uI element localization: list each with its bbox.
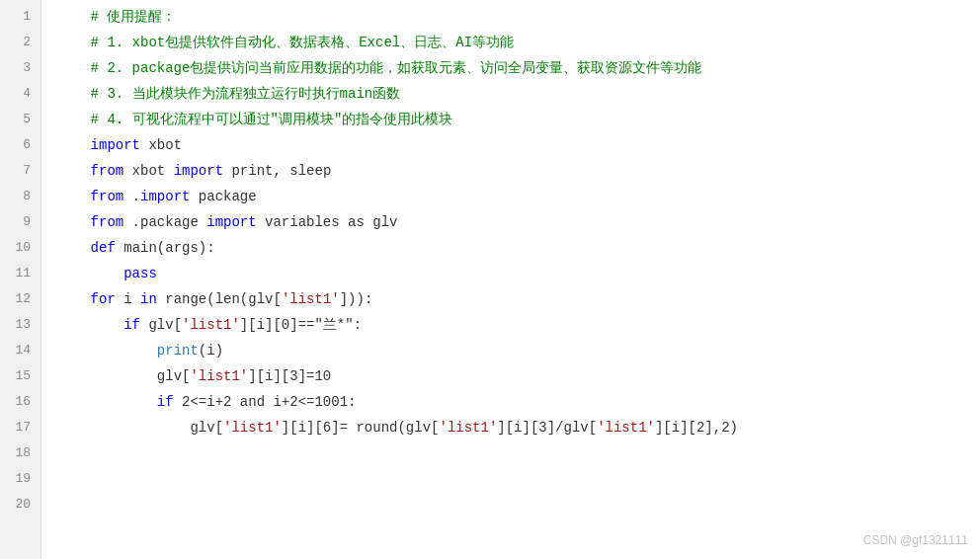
code-line: from .package import variables as glv <box>57 209 980 235</box>
watermark: CSDN @gf1321111 <box>863 527 968 553</box>
code-token: (i) <box>199 338 223 363</box>
line-number: 8 <box>10 184 31 209</box>
code-token: 'list1' <box>439 415 497 440</box>
code-token <box>57 389 157 415</box>
code-token <box>57 235 91 261</box>
code-token <box>57 209 91 235</box>
code-line: if 2<=i+2 and i+2<=1001: <box>57 389 980 415</box>
line-number: 11 <box>10 261 31 286</box>
code-token: in <box>140 286 157 312</box>
code-token: # 使用提醒： <box>57 4 176 30</box>
code-token: variables as glv <box>257 209 398 235</box>
code-token <box>57 184 91 209</box>
code-line: from .import package <box>57 184 980 209</box>
line-number: 15 <box>10 363 31 389</box>
code-token: import <box>174 158 223 184</box>
code-token: ][i][6]= round(glv[ <box>282 415 440 440</box>
code-token: 'list1' <box>223 415 282 440</box>
code-token: glv[ <box>140 312 182 338</box>
code-token: xbot <box>123 158 173 184</box>
code-line: # 3. 当此模块作为流程独立运行时执行main函数 <box>57 81 980 107</box>
code-line: if glv['list1'][i][0]=="兰*": <box>57 312 980 338</box>
code-token: ][i][0]=="兰*": <box>240 312 362 338</box>
code-line: from xbot import print, sleep <box>57 158 980 184</box>
code-line: pass <box>57 261 980 286</box>
code-token: package <box>190 184 256 209</box>
code-line: print(i) <box>57 338 980 363</box>
code-token: # 3. 当此模块作为流程独立运行时执行main函数 <box>57 81 400 107</box>
code-token <box>57 286 91 312</box>
code-token: glv[ <box>190 415 223 440</box>
code-token <box>57 312 123 338</box>
code-token: 'list1' <box>182 312 240 338</box>
code-line: # 4. 可视化流程中可以通过"调用模块"的指令使用此模块 <box>57 107 980 132</box>
code-line: # 使用提醒： <box>57 4 980 30</box>
code-token <box>57 261 123 286</box>
code-token: # 1. xbot包提供软件自动化、数据表格、Excel、日志、AI等功能 <box>57 30 514 55</box>
line-number: 4 <box>10 81 31 107</box>
code-token: print, sleep <box>223 158 331 184</box>
code-token: 2<=i+2 and i+2<=1001: <box>174 389 357 415</box>
code-token: import <box>140 184 190 209</box>
code-editor: 1234567891011121314151617181920 # 使用提醒： … <box>0 0 980 559</box>
line-number: 3 <box>10 55 31 81</box>
code-token: print <box>157 338 199 363</box>
line-number: 6 <box>10 132 31 158</box>
code-line: # 1. xbot包提供软件自动化、数据表格、Excel、日志、AI等功能 <box>57 30 980 55</box>
code-token: from <box>91 184 124 209</box>
code-token: 'list1' <box>597 415 655 440</box>
code-line: for i in range(len(glv['list1'])): <box>57 286 980 312</box>
code-area[interactable]: # 使用提醒： # 1. xbot包提供软件自动化、数据表格、Excel、日志、… <box>41 0 980 559</box>
code-token <box>57 415 190 440</box>
code-token: from <box>91 158 124 184</box>
code-line: def main(args): <box>57 235 980 261</box>
line-number: 20 <box>10 492 31 518</box>
line-number: 14 <box>10 338 31 363</box>
code-token: glv[ <box>157 363 191 389</box>
code-token: ])): <box>340 286 373 312</box>
line-number: 16 <box>10 389 31 415</box>
code-token: import <box>91 132 140 158</box>
code-line: import xbot <box>57 132 980 158</box>
line-number: 5 <box>10 107 31 132</box>
code-token <box>57 132 91 158</box>
line-numbers: 1234567891011121314151617181920 <box>0 0 41 559</box>
code-token: ][i][2],2) <box>655 415 738 440</box>
code-token: if <box>123 312 140 338</box>
code-token: .package <box>123 209 206 235</box>
line-number: 1 <box>10 4 31 30</box>
line-number: 18 <box>10 440 31 466</box>
line-number: 12 <box>10 286 31 312</box>
code-token: for <box>91 286 116 312</box>
line-number: 9 <box>10 209 31 235</box>
code-line: glv['list1'][i][3]=10 <box>57 363 980 389</box>
code-token: main(args): <box>116 235 215 261</box>
code-token <box>57 338 157 363</box>
code-token: ][i][3]=10 <box>248 363 331 389</box>
code-line: glv['list1'][i][6]= round(glv['list1'][i… <box>57 415 980 440</box>
line-number: 13 <box>10 312 31 338</box>
line-number: 19 <box>10 466 31 492</box>
code-token: if <box>157 389 174 415</box>
code-line: # 2. package包提供访问当前应用数据的功能，如获取元素、访问全局变量、… <box>57 55 980 81</box>
code-token: pass <box>123 261 157 286</box>
line-number: 7 <box>10 158 31 184</box>
code-token: def <box>91 235 116 261</box>
code-token: i <box>116 286 140 312</box>
code-token <box>57 363 157 389</box>
line-number: 2 <box>10 30 31 55</box>
code-token: import <box>206 209 256 235</box>
code-token: 'list1' <box>282 286 340 312</box>
code-token: ][i][3]/glv[ <box>497 415 597 440</box>
code-token: 'list1' <box>190 363 248 389</box>
line-number: 10 <box>10 235 31 261</box>
line-number: 17 <box>10 415 31 440</box>
code-token: . <box>123 184 140 209</box>
code-token: xbot <box>140 132 182 158</box>
code-token: from <box>91 209 124 235</box>
code-token: # 4. 可视化流程中可以通过"调用模块"的指令使用此模块 <box>57 107 452 132</box>
code-token: # 2. package包提供访问当前应用数据的功能，如获取元素、访问全局变量、… <box>57 55 701 81</box>
code-token: range(len(glv[ <box>157 286 282 312</box>
code-token <box>57 158 91 184</box>
